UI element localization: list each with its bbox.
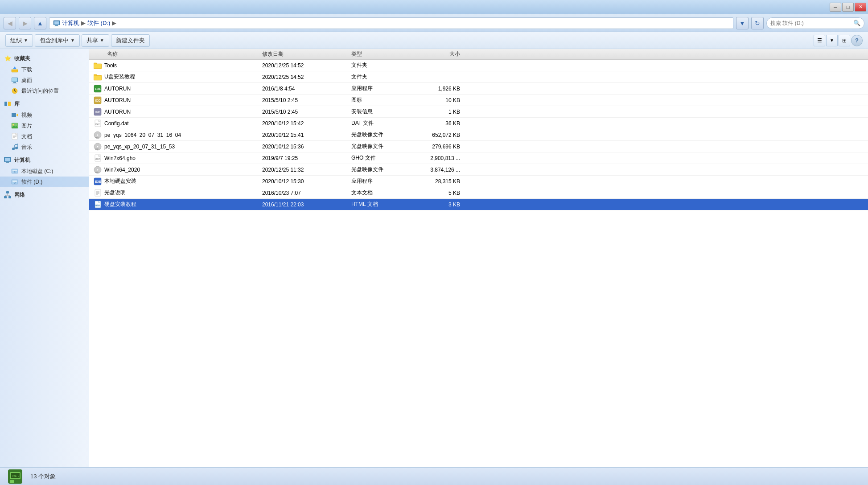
file-date-cell: 2015/5/10 2:45 — [259, 109, 348, 115]
share-label: 共享 — [86, 37, 98, 45]
svg-rect-21 — [12, 133, 17, 140]
dropdown-button[interactable]: ▼ — [736, 17, 749, 29]
sidebar: ⭐ 收藏夹 下载 — [0, 49, 89, 467]
search-box[interactable]: 🔍 — [766, 17, 864, 29]
file-icon — [94, 189, 102, 197]
sidebar-recent-label: 最近访问的位置 — [21, 87, 59, 95]
table-row[interactable]: 光盘说明 2016/10/23 7:07 文本文档 5 KB — [89, 187, 868, 199]
file-size-cell: 3,874,126 ... — [410, 167, 464, 173]
address-path[interactable]: 计算机 ▶ 软件 (D:) ▶ — [49, 17, 733, 29]
file-size-cell: 1,926 KB — [410, 86, 464, 92]
sidebar-network-header[interactable]: 网络 — [0, 189, 89, 201]
file-icon: DAT — [94, 119, 102, 127]
file-name-label: AUTORUN — [104, 109, 131, 115]
organize-button[interactable]: 组织 ▼ — [5, 34, 33, 47]
search-input[interactable] — [770, 20, 852, 26]
col-header-date[interactable]: 修改日期 — [259, 50, 348, 58]
maximize-button[interactable]: □ — [842, 3, 854, 12]
file-icon: ISO — [94, 143, 102, 151]
file-name-label: AUTORUN — [104, 86, 131, 92]
path-drive[interactable]: 软件 (D:) — [87, 19, 110, 27]
file-icon — [94, 73, 102, 81]
file-icon: HTML — [94, 201, 102, 209]
sidebar-item-recent[interactable]: 最近访问的位置 — [0, 86, 89, 96]
doc-icon — [11, 132, 19, 140]
file-name-label: 本地硬盘安装 — [104, 177, 136, 185]
sidebar-computer-header[interactable]: 计算机 — [0, 154, 89, 166]
table-row[interactable]: GHO Win7x64.gho 2019/9/7 19:25 GHO 文件 2,… — [89, 152, 868, 164]
file-name-cell: HTML 硬盘安装教程 — [89, 201, 259, 209]
refresh-button[interactable]: ↻ — [751, 17, 764, 29]
title-bar: ─ □ ✕ — [0, 0, 868, 14]
sidebar-item-local-c[interactable]: C: 本地磁盘 (C:) — [0, 166, 89, 177]
svg-rect-2 — [55, 25, 58, 26]
file-icon: GHO — [94, 154, 102, 162]
sidebar-library-header[interactable]: 库 — [0, 98, 89, 110]
table-row[interactable]: ISO pe_yqs_1064_20_07_31_16_04 2020/10/1… — [89, 129, 868, 141]
sidebar-computer-label: 计算机 — [14, 156, 30, 164]
table-row[interactable]: INF AUTORUN 2015/5/10 2:45 安装信息 1 KB — [89, 106, 868, 118]
file-date-cell: 2016/11/21 22:03 — [259, 201, 348, 208]
back-button[interactable]: ◀ — [4, 17, 16, 29]
help-button[interactable]: ? — [851, 35, 863, 46]
status-bar: RE - 13 个对象 — [0, 467, 868, 485]
column-header: 名称 修改日期 类型 大小 — [89, 49, 868, 60]
col-header-type[interactable]: 类型 — [348, 50, 410, 58]
file-name-cell: INF AUTORUN — [89, 108, 259, 116]
svg-point-27 — [15, 147, 18, 149]
svg-marker-6 — [13, 66, 16, 69]
file-name-cell: Tools — [89, 62, 259, 70]
file-type-cell: 文本文档 — [348, 189, 410, 197]
include-library-dropdown-icon: ▼ — [70, 38, 75, 43]
table-row[interactable]: EXE AUTORUN 2016/1/8 4:54 应用程序 1,926 KB — [89, 83, 868, 95]
search-icon: 🔍 — [853, 20, 860, 26]
table-row[interactable]: U盘安装教程 2020/12/25 14:52 文件夹 — [89, 71, 868, 83]
close-button[interactable]: ✕ — [855, 3, 866, 12]
table-row[interactable]: EXE 本地硬盘安装 2020/10/12 15:30 应用程序 28,315 … — [89, 176, 868, 187]
sidebar-favorites-header[interactable]: ⭐ 收藏夹 — [0, 53, 89, 64]
table-row[interactable]: ICO AUTORUN 2015/5/10 2:45 图标 10 KB — [89, 95, 868, 106]
table-row[interactable]: Tools 2020/12/25 14:52 文件夹 — [89, 60, 868, 71]
sidebar-desktop-label: 桌面 — [21, 77, 32, 84]
up-button[interactable]: ▲ — [34, 17, 46, 29]
sidebar-network-label: 网络 — [14, 191, 25, 199]
sidebar-item-download[interactable]: 下载 — [0, 64, 89, 75]
path-separator-2: ▶ — [112, 20, 116, 26]
minimize-button[interactable]: ─ — [830, 3, 841, 12]
col-header-name[interactable]: 名称 — [89, 50, 259, 58]
include-library-button[interactable]: 包含到库中 ▼ — [35, 34, 80, 47]
sidebar-item-video[interactable]: 视频 — [0, 110, 89, 120]
view-grid-button[interactable]: ⊞ — [839, 35, 850, 46]
sidebar-item-doc[interactable]: 文档 — [0, 131, 89, 142]
sidebar-item-music[interactable]: 音乐 — [0, 142, 89, 152]
table-row[interactable]: ISO pe_yqs_xp_20_07_31_15_53 2020/10/12 … — [89, 141, 868, 152]
path-computer[interactable]: 计算机 — [62, 19, 79, 27]
sidebar-item-image[interactable]: 图片 — [0, 120, 89, 131]
col-header-size[interactable]: 大小 — [410, 50, 464, 58]
file-name-label: Tools — [104, 62, 117, 69]
desktop-icon — [11, 76, 19, 84]
svg-rect-53 — [94, 76, 101, 80]
svg-rect-5 — [12, 70, 18, 71]
file-icon — [94, 62, 102, 70]
file-size-cell: 652,072 KB — [410, 132, 464, 138]
table-row[interactable]: DAT Config.dat 2020/10/12 15:42 DAT 文件 3… — [89, 118, 868, 129]
sidebar-computer-section: 计算机 C: 本地磁盘 (C:) D: — [0, 154, 89, 187]
sidebar-item-soft-d[interactable]: D: 软件 (D:) — [0, 177, 89, 187]
view-list-button[interactable]: ☰ — [814, 35, 825, 46]
new-folder-button[interactable]: 新建文件夹 — [111, 34, 150, 47]
forward-button[interactable]: ▶ — [19, 17, 31, 29]
table-row[interactable]: ISO Win7x64_2020 2020/12/25 11:32 光盘映像文件… — [89, 164, 868, 176]
sidebar-library-section: 库 视频 图片 — [0, 98, 89, 152]
table-row[interactable]: HTML 硬盘安装教程 2016/11/21 22:03 HTML 文档 3 K… — [89, 199, 868, 210]
file-name-cell: EXE 本地硬盘安装 — [89, 177, 259, 185]
path-separator-1: ▶ — [81, 20, 86, 26]
sidebar-item-desktop[interactable]: 桌面 — [0, 75, 89, 86]
svg-rect-89 — [10, 480, 14, 483]
view-dropdown-button[interactable]: ▼ — [826, 35, 838, 46]
svg-text:HTML: HTML — [95, 205, 101, 207]
svg-text:D:: D: — [14, 181, 16, 184]
help-icon: ? — [855, 37, 859, 44]
file-name-cell: ISO pe_yqs_1064_20_07_31_16_04 — [89, 131, 259, 139]
share-button[interactable]: 共享 ▼ — [82, 34, 109, 47]
